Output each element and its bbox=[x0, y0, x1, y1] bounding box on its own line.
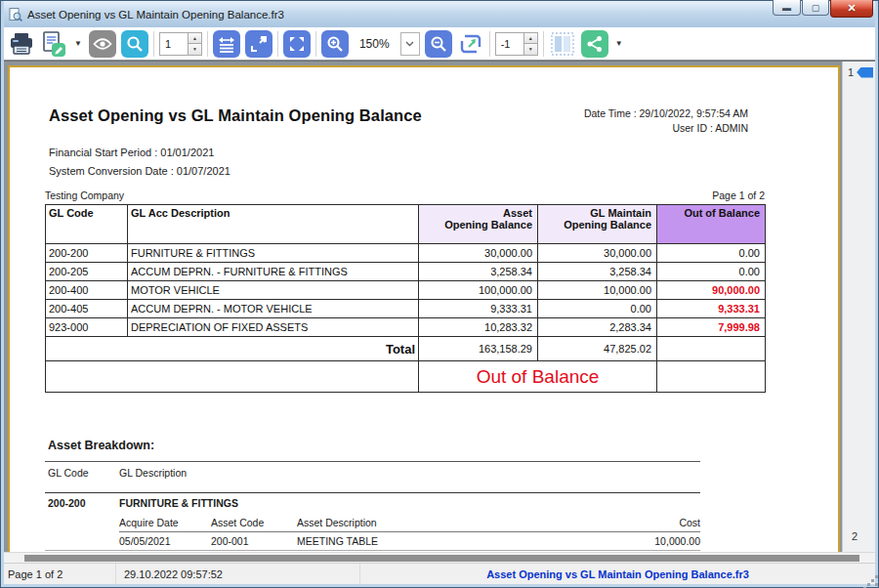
page-setup-icon bbox=[459, 33, 482, 55]
fit-page-button[interactable] bbox=[245, 30, 272, 58]
share-button[interactable] bbox=[581, 30, 608, 58]
toolbar-separator bbox=[153, 31, 154, 57]
company-name: Testing Company bbox=[45, 189, 124, 201]
cell-gl-code: 200-200 bbox=[46, 244, 128, 263]
breakdown-header-row: GL Code GL Description bbox=[45, 462, 700, 483]
page-number-stepper[interactable]: 1 ▲▼ bbox=[159, 32, 202, 56]
page-canvas[interactable]: Asset Opening vs GL Maintain Opening Bal… bbox=[4, 62, 842, 552]
cell-gl: 2,283.34 bbox=[538, 318, 657, 337]
cell-acquire-date: 05/05/2021 bbox=[119, 535, 211, 547]
fit-width-button[interactable] bbox=[213, 30, 240, 58]
cell-out: 0.00 bbox=[657, 244, 766, 263]
breakdown-subheader-row: Acquire Date Asset Code Asset Descriptio… bbox=[45, 513, 700, 531]
cell-gl-code: 923-000 bbox=[46, 318, 128, 337]
report-datetime: Date Time : 29/10/2022, 9:57:54 AM bbox=[584, 106, 748, 121]
title-bar[interactable]: Asset Opening vs GL Maintain Opening Bal… bbox=[4, 1, 875, 27]
total-label: Total bbox=[46, 337, 419, 361]
cell-gl-desc: ACCUM DEPRN. - MOTOR VEHICLE bbox=[128, 300, 419, 318]
offset-stepper[interactable]: -1 ▲▼ bbox=[495, 32, 538, 56]
status-page-indicator: Page 1 of 2 bbox=[4, 564, 116, 584]
current-page-marker-icon bbox=[857, 67, 873, 78]
cell-out: 0.00 bbox=[657, 263, 766, 281]
empty-cell bbox=[657, 361, 766, 393]
chevron-down-icon bbox=[405, 41, 414, 47]
col-asset-description: Asset Description bbox=[297, 517, 610, 528]
offset-up-button[interactable]: ▲ bbox=[524, 33, 537, 45]
table-row: 923-000 DEPRECIATION OF FIXED ASSETS 10,… bbox=[46, 318, 766, 337]
zoom-out-button[interactable] bbox=[425, 30, 452, 58]
group-gl-desc: FURNITURE & FITTINGS bbox=[119, 497, 700, 509]
export-icon bbox=[41, 31, 66, 57]
table-row: 200-200 FURNITURE & FITTINGS 30,000.00 3… bbox=[46, 244, 766, 263]
find-button[interactable] bbox=[121, 30, 148, 58]
page-up-button[interactable]: ▲ bbox=[188, 33, 201, 45]
cell-gl-desc: MOTOR VEHICLE bbox=[128, 281, 419, 300]
thumbnails-button[interactable] bbox=[549, 30, 576, 58]
maximize-button[interactable]: ▢ bbox=[802, 0, 829, 16]
print-button[interactable] bbox=[8, 30, 35, 58]
cell-asset: 3,258.34 bbox=[419, 263, 538, 281]
navigator-page-2[interactable]: 2 bbox=[852, 530, 858, 542]
page-setup-button[interactable] bbox=[457, 30, 484, 58]
cell-gl-code: 200-205 bbox=[46, 263, 128, 281]
out-of-balance-row: Out of Balance bbox=[46, 361, 766, 393]
breakdown-row: 05/05/2021 200-001 MEETING TABLE 10,000.… bbox=[45, 532, 700, 551]
report-meta: Date Time : 29/10/2022, 9:57:54 AM User … bbox=[584, 106, 748, 136]
share-dropdown-arrow[interactable]: ▼ bbox=[615, 39, 623, 48]
cell-gl-code: 200-400 bbox=[46, 281, 128, 300]
minimize-button[interactable]: ▬ bbox=[773, 0, 801, 16]
empty-cell bbox=[46, 361, 419, 393]
toolbar-separator bbox=[489, 31, 490, 57]
horizontal-scrollbar[interactable] bbox=[4, 552, 875, 563]
toolbar: ▼ 1 ▲▼ bbox=[4, 27, 875, 61]
toolbar-separator bbox=[207, 31, 208, 57]
zoom-out-icon bbox=[430, 35, 447, 53]
cell-out-alert: 7,999.98 bbox=[657, 318, 766, 337]
close-button[interactable]: ✕ bbox=[830, 0, 873, 18]
cell-asset: 30,000.00 bbox=[419, 244, 538, 263]
cell-out-alert: 90,000.00 bbox=[657, 281, 766, 300]
offset-value[interactable]: -1 bbox=[496, 33, 523, 55]
export-button[interactable] bbox=[40, 30, 67, 58]
col-out-of-balance: Out of Balance bbox=[657, 205, 766, 244]
empty-cell bbox=[657, 337, 766, 361]
zoom-dropdown[interactable] bbox=[400, 32, 420, 56]
total-gl-maintain: 47,825.02 bbox=[538, 337, 657, 361]
navigator-page-2-label: 2 bbox=[852, 530, 858, 542]
cell-asset-description: MEETING TABLE bbox=[297, 535, 610, 547]
cell-gl: 10,000.00 bbox=[538, 281, 657, 300]
asset-breakdown-section: Asset Breakdown: GL Code GL Description … bbox=[45, 439, 700, 552]
report-title: Asset Opening vs GL Maintain Opening Bal… bbox=[49, 106, 422, 136]
page-down-button[interactable]: ▼ bbox=[188, 44, 201, 55]
cell-asset-code: 200-001 bbox=[211, 535, 297, 547]
preview-area: Asset Opening vs GL Maintain Opening Bal… bbox=[4, 61, 875, 552]
fullscreen-button[interactable] bbox=[283, 30, 311, 58]
fullscreen-icon bbox=[288, 35, 306, 53]
share-icon bbox=[586, 35, 604, 53]
table-row: 200-405 ACCUM DEPRN. - MOTOR VEHICLE 9,3… bbox=[46, 300, 766, 318]
page-number-value[interactable]: 1 bbox=[160, 33, 188, 55]
fit-width-icon bbox=[218, 35, 235, 53]
col-asset-code: Asset Code bbox=[211, 517, 297, 528]
balance-table: GL Code GL Acc Description Asset Opening… bbox=[45, 204, 766, 393]
resize-grip[interactable] bbox=[871, 579, 874, 582]
navigator-page-1[interactable]: 1 bbox=[848, 66, 873, 78]
offset-down-button[interactable]: ▼ bbox=[524, 44, 537, 55]
breakdown-col-gl-code: GL Code bbox=[45, 467, 119, 479]
col-gl-maintain: GL Maintain Opening Balance bbox=[538, 205, 657, 244]
zoom-in-button[interactable] bbox=[321, 30, 349, 58]
window-title: Asset Opening vs GL Maintain Opening Bal… bbox=[27, 9, 284, 21]
cell-gl: 30,000.00 bbox=[538, 244, 657, 263]
fit-page-icon bbox=[250, 35, 268, 53]
search-icon bbox=[126, 35, 144, 53]
total-asset-opening: 163,158.29 bbox=[419, 337, 538, 361]
table-row: 200-400 MOTOR VEHICLE 100,000.00 10,000.… bbox=[46, 281, 766, 300]
export-dropdown-arrow[interactable]: ▼ bbox=[74, 39, 82, 48]
horizontal-scrollbar-thumb[interactable] bbox=[24, 555, 859, 562]
cell-out-alert: 9,333.31 bbox=[657, 300, 766, 318]
breakdown-heading: Asset Breakdown: bbox=[48, 439, 700, 452]
report-user-id: User ID : ADMIN bbox=[584, 121, 748, 136]
cell-gl: 3,258.34 bbox=[538, 263, 657, 281]
highlight-toggle-button[interactable] bbox=[89, 30, 116, 58]
breakdown-col-gl-desc: GL Description bbox=[119, 467, 700, 479]
